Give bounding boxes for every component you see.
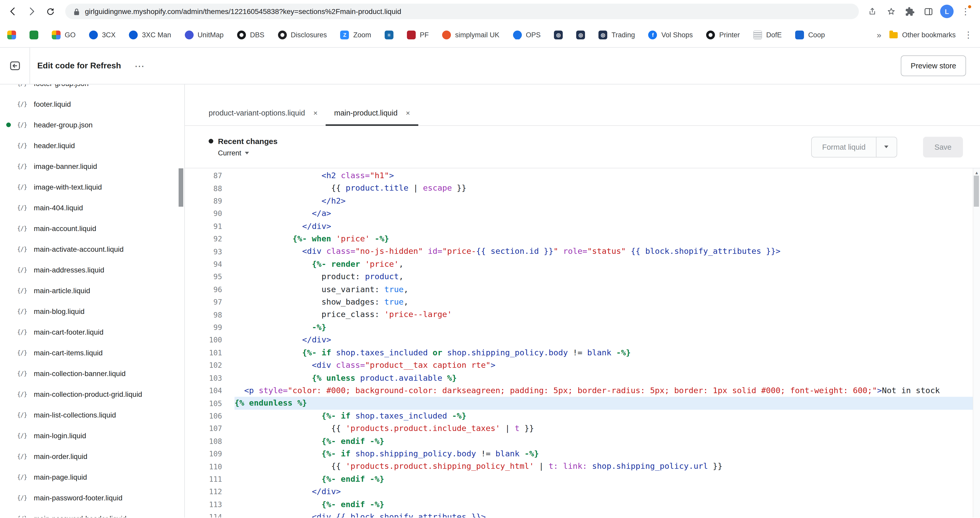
file-item-main-order-liquid[interactable]: {/}main-order.liquid <box>0 446 184 467</box>
code-line-text[interactable]: {%- endif -%} <box>234 498 980 511</box>
bookmark-item[interactable]: DBS <box>237 30 264 39</box>
file-item-header-liquid[interactable]: {/}header.liquid <box>0 135 184 156</box>
code-line-text[interactable]: show_badges: true, <box>234 296 980 308</box>
file-item-main-404-liquid[interactable]: {/}main-404.liquid <box>0 198 184 218</box>
code-line-text[interactable]: </a> <box>234 207 980 220</box>
browser-menu-button[interactable]: ⋮ <box>958 4 973 19</box>
format-liquid-button[interactable]: Format liquid <box>812 137 876 157</box>
bookmark-item[interactable]: UnitMap <box>185 30 224 39</box>
tab-main-product[interactable]: main-product.liquid × <box>326 100 418 125</box>
code-line-text[interactable]: {% endunless %} <box>234 397 980 410</box>
code-line-text[interactable]: {%- when 'price' -%} <box>234 233 980 245</box>
code-line-text[interactable]: {{ 'products.product.shipping_policy_htm… <box>234 460 980 473</box>
version-selector-label: Current <box>218 149 241 157</box>
bookmark-item[interactable] <box>7 30 16 39</box>
bookmark-item[interactable]: OPS <box>513 30 541 39</box>
code-line-text[interactable]: -%} <box>234 321 980 334</box>
bookmark-item[interactable]: ◎ <box>576 30 585 39</box>
side-panel-button[interactable] <box>921 4 935 19</box>
file-item-header-group-json[interactable]: {/}header-group.json <box>0 115 184 135</box>
code-line-text[interactable]: <div class="no-js-hidden" id="price-{{ s… <box>234 245 980 258</box>
file-item-footer-liquid[interactable]: {/}footer.liquid <box>0 94 184 115</box>
code-line-text[interactable]: use_variant: true, <box>234 283 980 296</box>
bookmark-item[interactable]: 3CX <box>89 30 116 39</box>
reload-button[interactable] <box>41 3 59 20</box>
profile-avatar[interactable]: L <box>940 4 954 19</box>
bookmark-item[interactable]: simplymail UK <box>442 30 499 39</box>
bookmark-item[interactable]: Printer <box>706 30 740 39</box>
code-line-text[interactable]: {% unless product.available %} <box>234 372 980 384</box>
code-line-text[interactable]: <div class="product__tax caption rte"> <box>234 359 980 372</box>
browser-toolbar: girlguidingnwe.myshopify.com/admin/theme… <box>0 0 980 23</box>
save-button[interactable]: Save <box>923 137 963 157</box>
code-line-text[interactable]: {{ 'products.product.include_taxes' | t … <box>234 422 980 435</box>
bookmark-item[interactable]: ◎Trading <box>598 30 635 39</box>
editor-scrollbar[interactable]: ▲ <box>973 168 980 518</box>
file-item-main-page-liquid[interactable]: {/}main-page.liquid <box>0 467 184 488</box>
file-item-main-article-liquid[interactable]: {/}main-article.liquid <box>0 280 184 301</box>
bookmark-item[interactable]: Disclosures <box>278 30 327 39</box>
file-item-image-banner-liquid[interactable]: {/}image-banner.liquid <box>0 156 184 177</box>
code-line-text[interactable]: <div {{ block.shopify_attributes }}> <box>234 511 980 518</box>
code-line-text[interactable]: {%- render 'price', <box>234 258 980 271</box>
other-bookmarks[interactable]: Other bookmarks <box>890 31 956 39</box>
extensions-button[interactable] <box>902 4 917 19</box>
bookmarks-menu-icon[interactable]: ⋮ <box>964 30 973 39</box>
code-line-text[interactable]: product: product, <box>234 271 980 283</box>
bookmark-item[interactable] <box>30 30 38 39</box>
code-line-text[interactable]: </div> <box>234 485 980 498</box>
code-line-text[interactable]: </div> <box>234 220 980 233</box>
back-button[interactable] <box>4 3 22 20</box>
file-item-main-blog-liquid[interactable]: {/}main-blog.liquid <box>0 301 184 322</box>
format-options-button[interactable] <box>876 137 897 157</box>
code-editor[interactable]: 87 <h2 class="h1">88 {{ product.title | … <box>185 168 980 518</box>
editor-scrollbar-thumb[interactable] <box>974 175 979 207</box>
bookmarks-overflow-chevron[interactable]: » <box>877 30 881 40</box>
file-item-main-password-footer-liquid[interactable]: {/}main-password-footer.liquid <box>0 488 184 508</box>
bookmark-item[interactable]: ≡ <box>385 30 393 39</box>
preview-store-button[interactable]: Preview store <box>901 56 966 76</box>
share-button[interactable] <box>865 4 880 19</box>
bookmark-item[interactable]: GO <box>52 30 76 39</box>
code-line-text[interactable]: <p style="color: #000; background-color:… <box>234 384 980 397</box>
sidebar-scrollbar-thumb[interactable] <box>178 168 183 207</box>
bookmark-item[interactable]: fVol Shops <box>648 30 693 39</box>
file-item-footer-group-json[interactable]: {/}footer-group.json <box>0 84 184 94</box>
page-actions-menu[interactable]: ⋯ <box>135 61 145 71</box>
close-tab-icon[interactable]: × <box>313 108 317 117</box>
bookmark-item[interactable]: DofE <box>753 30 782 39</box>
file-item-main-list-collections-liquid[interactable]: {/}main-list-collections.liquid <box>0 405 184 425</box>
file-item-main-collection-product-grid-liquid[interactable]: {/}main-collection-product-grid.liquid <box>0 384 184 405</box>
file-item-main-login-liquid[interactable]: {/}main-login.liquid <box>0 425 184 446</box>
file-item-main-account-liquid[interactable]: {/}main-account.liquid <box>0 218 184 239</box>
code-line-text[interactable]: {%- endif -%} <box>234 473 980 486</box>
code-line-text[interactable]: price_class: 'price--large' <box>234 308 980 321</box>
version-selector[interactable]: Current <box>218 149 277 157</box>
bookmark-item[interactable]: ◎ <box>554 30 563 39</box>
close-tab-icon[interactable]: × <box>406 108 410 117</box>
file-item-main-collection-banner-liquid[interactable]: {/}main-collection-banner.liquid <box>0 363 184 384</box>
code-line-text[interactable]: {%- if shop.taxes_included or shop.shipp… <box>234 346 980 359</box>
bookmark-star-button[interactable] <box>884 4 898 19</box>
bookmark-item[interactable]: PF <box>407 30 429 39</box>
bookmark-item[interactable]: 3XC Man <box>129 30 171 39</box>
tab-product-variant-options[interactable]: product-variant-options.liquid × <box>200 100 326 125</box>
bookmark-item[interactable]: ZZoom <box>340 30 371 39</box>
code-line-text[interactable]: {%- if shop.taxes_included -%} <box>234 410 980 422</box>
address-bar[interactable]: girlguidingnwe.myshopify.com/admin/theme… <box>65 4 859 19</box>
code-line-text[interactable]: {%- endif -%} <box>234 435 980 448</box>
bookmark-item[interactable]: Coop <box>795 30 825 39</box>
file-item-image-with-text-liquid[interactable]: {/}image-with-text.liquid <box>0 177 184 198</box>
file-item-main-activate-account-liquid[interactable]: {/}main-activate-account.liquid <box>0 239 184 260</box>
code-line-text[interactable]: <h2 class="h1"> <box>234 169 980 182</box>
file-item-main-addresses-liquid[interactable]: {/}main-addresses.liquid <box>0 260 184 280</box>
forward-button[interactable] <box>23 3 40 20</box>
code-line-text[interactable]: {{ product.title | escape }} <box>234 182 980 195</box>
file-item-main-password-header-liquid[interactable]: {/}main-password-header.liquid <box>0 508 184 518</box>
code-line-text[interactable]: </h2> <box>234 195 980 207</box>
collapse-sidebar-button[interactable] <box>0 48 30 84</box>
code-line-text[interactable]: </div> <box>234 334 980 347</box>
file-item-main-cart-items-liquid[interactable]: {/}main-cart-items.liquid <box>0 343 184 363</box>
code-line-text[interactable]: {%- if shop.shipping_policy.body != blan… <box>234 448 980 460</box>
file-item-main-cart-footer-liquid[interactable]: {/}main-cart-footer.liquid <box>0 322 184 343</box>
